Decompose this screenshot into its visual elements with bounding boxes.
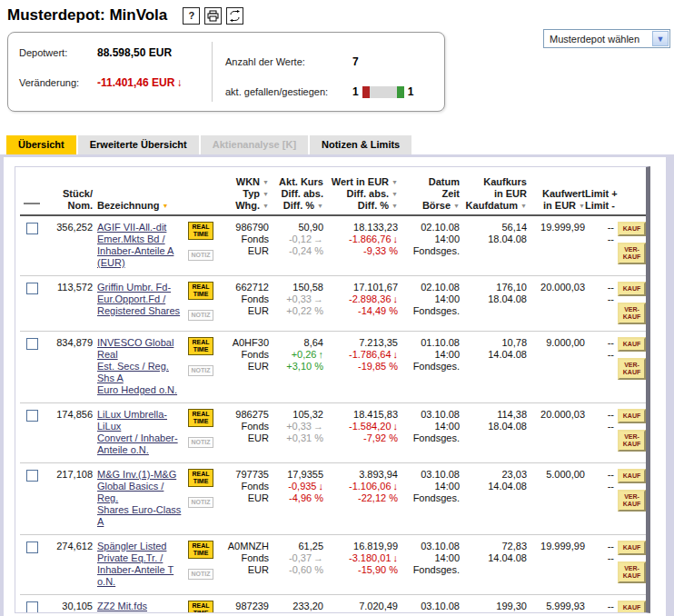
tab-notizen-limits[interactable]: Notizen & Limits xyxy=(310,135,411,154)
trend-arrow-icon xyxy=(392,349,399,360)
fund-name-link[interactable]: Griffin Umbr. Fd- Eur.Opport.Fd / Regist… xyxy=(97,282,180,317)
trend-arrow-icon xyxy=(392,421,399,432)
sort-arrow-icon[interactable] xyxy=(389,188,398,199)
realtime-badge[interactable]: REAL TIME xyxy=(188,222,213,240)
col-bezeichnung[interactable]: Bezeichnung xyxy=(93,176,185,212)
realtime-badge[interactable]: REAL TIME xyxy=(188,469,213,487)
trend-arrow-icon xyxy=(392,293,399,304)
printer-icon xyxy=(207,10,219,22)
wkn-cell: 986275 Fonds EUR xyxy=(220,409,269,444)
sort-arrow-icon[interactable] xyxy=(389,176,398,187)
col-wert-eur[interactable]: Wert in EUR Diff. abs. Diff. % xyxy=(323,176,398,212)
trend-arrow-icon xyxy=(317,349,324,360)
sort-arrow-icon[interactable] xyxy=(159,200,168,211)
kurs-cell: 8,64 +0,26 +3,10 % xyxy=(269,337,323,373)
sort-arrow-icon[interactable] xyxy=(260,176,269,187)
verkauf-button[interactable]: VER- KAUF xyxy=(618,243,646,264)
kauf-button[interactable]: KAUF xyxy=(618,409,646,423)
col-kaufwert[interactable]: Kaufwert in EUR xyxy=(527,176,585,212)
shares-count: 217,108 xyxy=(44,469,93,481)
row-checkbox[interactable] xyxy=(26,338,38,350)
sort-arrow-icon[interactable] xyxy=(389,200,398,211)
col-kaufkurs[interactable]: Kaufkurs in EUR Kaufdatum xyxy=(460,176,527,212)
tab-uebersicht[interactable]: Übersicht xyxy=(6,135,76,154)
kauf-button[interactable]: KAUF xyxy=(618,282,646,296)
datum-cell: 03.10.08 14:00 Fondsges. xyxy=(398,541,460,576)
verkauf-button[interactable]: VER- KAUF xyxy=(618,490,646,512)
sort-arrow-icon[interactable] xyxy=(314,200,323,211)
fund-name-link[interactable]: Spängler Listed Private Eq.Tr. / Inhaber… xyxy=(97,541,185,588)
notiz-badge[interactable]: NOTIZ xyxy=(188,569,213,580)
fund-name-link[interactable]: M&G Inv.(1)-M&G Global Basics / Reg. Sha… xyxy=(97,469,185,528)
sort-arrow-icon[interactable] xyxy=(518,200,527,211)
verkauf-button[interactable]: VER- KAUF xyxy=(618,561,646,583)
kurs-cell: 105,32 +0,33 +0,31 % xyxy=(269,409,323,444)
arrow-down-icon xyxy=(174,76,182,89)
verkauf-button[interactable]: VER- KAUF xyxy=(618,430,646,452)
realtime-badge[interactable]: REAL TIME xyxy=(188,337,213,355)
fund-name-link[interactable]: ZZ2 Mit.fds i.fest.u.var.ve.WP / Inh.-An… xyxy=(97,601,181,613)
wkn-cell: 986790 Fonds EUR xyxy=(220,222,269,257)
kauf-button[interactable]: KAUF xyxy=(618,601,646,613)
realtime-badge[interactable]: REAL TIME xyxy=(188,541,213,559)
row-checkbox[interactable] xyxy=(26,410,38,422)
row-checkbox[interactable] xyxy=(26,541,38,553)
col-datum[interactable]: Datum Zeit Börse xyxy=(398,176,460,212)
row-checkbox[interactable] xyxy=(26,601,38,613)
notiz-badge[interactable]: NOTIZ xyxy=(188,310,213,321)
kaufwert-cell: 20.000,03 xyxy=(527,282,585,293)
verkauf-button[interactable]: VER- KAUF xyxy=(618,358,646,380)
limit-cell: -- -- xyxy=(585,469,614,492)
realtime-badge[interactable]: REAL TIME xyxy=(188,409,213,427)
kauf-button[interactable]: KAUF xyxy=(618,222,646,236)
summary-box: Depotwert: 88.598,50 EUR Veränderung: -1… xyxy=(7,32,445,112)
limit-cell: -- -- xyxy=(585,541,614,564)
depot-select-dropdown[interactable]: Musterdepot wählen ▼ xyxy=(543,29,670,48)
notiz-badge[interactable]: NOTIZ xyxy=(188,497,213,508)
fund-name-link[interactable]: AGIF VII-All.-dit Emer.Mkts Bd / Inhaber… xyxy=(97,222,173,269)
col-akt-kurs[interactable]: Akt. Kurs Diff. abs. Diff. % xyxy=(269,176,323,212)
sort-arrow-icon[interactable] xyxy=(260,200,269,211)
realtime-badge[interactable]: REAL TIME xyxy=(188,282,213,300)
trend-arrow-icon xyxy=(317,481,324,492)
select-all-dash[interactable] xyxy=(24,203,40,204)
kaufkurs-cell: 199,30 14.08.08 xyxy=(460,601,527,613)
sort-arrow-icon[interactable] xyxy=(576,200,585,211)
page-title: Musterdepot: MinVola xyxy=(7,6,167,25)
kurs-cell: 233,20 -1,70 -0,72 % xyxy=(269,601,323,613)
print-button[interactable] xyxy=(204,7,222,25)
kauf-button[interactable]: KAUF xyxy=(618,541,646,555)
row-checkbox[interactable] xyxy=(26,223,38,234)
notiz-badge[interactable]: NOTIZ xyxy=(188,250,213,261)
kauf-button[interactable]: KAUF xyxy=(618,469,646,483)
notiz-badge[interactable]: NOTIZ xyxy=(188,437,213,448)
risen-count: 1 xyxy=(408,85,414,98)
col-wkn[interactable]: WKN Typ Whg. xyxy=(220,176,269,212)
realtime-badge[interactable]: REAL TIME xyxy=(188,601,213,613)
row-checkbox[interactable] xyxy=(26,283,38,294)
depot-select-value: Musterdepot wählen xyxy=(550,34,639,45)
refresh-icon xyxy=(229,10,241,22)
tab-erweiterte-uebersicht[interactable]: Erweiterte Übersicht xyxy=(78,135,199,154)
notiz-badge[interactable]: NOTIZ xyxy=(188,365,213,376)
row-checkbox[interactable] xyxy=(26,470,38,482)
verkauf-button[interactable]: VER- KAUF xyxy=(618,303,646,324)
kurs-cell: 17,9355 -0,935 -4,96 % xyxy=(269,469,323,504)
refresh-button[interactable] xyxy=(226,7,243,25)
depot-value: 88.598,50 EUR xyxy=(97,46,172,59)
sort-arrow-icon[interactable] xyxy=(451,200,460,211)
datum-cell: 03.10.08 14:00 Fondsges. xyxy=(398,601,460,613)
kaufwert-cell: 19.999,99 xyxy=(527,222,585,233)
shares-count: 274,612 xyxy=(44,541,93,552)
trend-arrow-icon xyxy=(392,481,399,492)
shares-count: 30,105 xyxy=(44,601,93,612)
trend-arrow-icon xyxy=(312,421,323,432)
kaufkurs-cell: 56,14 18.04.08 xyxy=(460,222,527,245)
sort-arrow-icon[interactable] xyxy=(260,188,269,199)
wert-cell: 3.893,94 -1.106,06 -22,12 % xyxy=(323,469,398,504)
kauf-button[interactable]: KAUF xyxy=(618,337,646,352)
fund-name-link[interactable]: INVESCO Global Real Est. Secs / Reg. Shs… xyxy=(97,337,185,396)
chevron-down-icon[interactable]: ▼ xyxy=(652,31,669,46)
fund-name-link[interactable]: LiLux Umbrella-LiLux Convert / Inhaber- … xyxy=(97,409,185,456)
help-button[interactable]: ? xyxy=(183,7,200,25)
